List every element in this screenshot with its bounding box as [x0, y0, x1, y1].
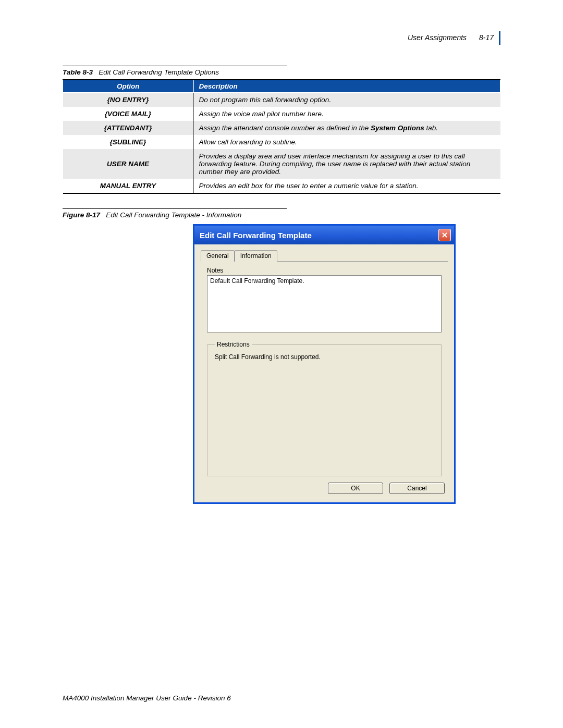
option-cell: USER NAME	[63, 149, 194, 179]
restrictions-legend: Restrictions	[215, 341, 252, 348]
table-row: MANUAL ENTRY Provides an edit box for th…	[63, 179, 500, 193]
cancel-button[interactable]: Cancel	[389, 483, 445, 494]
table-caption: Table 8-3 Edit Call Forwarding Template …	[63, 68, 500, 76]
dialog-titlebar: Edit Call Forwarding Template	[194, 226, 454, 244]
figure-caption-text: Edit Call Forwarding Template - Informat…	[106, 211, 241, 219]
close-icon[interactable]	[438, 229, 451, 241]
col-header-description: Description	[193, 80, 500, 93]
table-row: {VOICE MAIL} Assign the voice mail pilot…	[63, 107, 500, 121]
desc-cell: Assign the attendant console number as d…	[193, 121, 500, 135]
figure-caption-label: Figure 8-17	[63, 211, 100, 219]
restrictions-group: Restrictions Split Call Forwarding is no…	[207, 341, 442, 476]
dialog-title: Edit Call Forwarding Template	[200, 231, 312, 240]
col-header-option: Option	[63, 80, 194, 93]
page-header: User Assignments 8-17	[63, 31, 500, 45]
option-cell: {ATTENDANT}	[63, 121, 194, 135]
notes-textarea[interactable]: Default Call Forwarding Template.	[207, 275, 442, 332]
desc-cell: Allow call forwarding to subline.	[193, 135, 500, 149]
option-cell: MANUAL ENTRY	[63, 179, 194, 193]
notes-label: Notes	[207, 267, 448, 274]
x-icon	[442, 232, 448, 238]
tab-general[interactable]: General	[201, 250, 235, 262]
header-section: User Assignments	[408, 33, 467, 42]
notes-value: Default Call Forwarding Template.	[210, 277, 304, 285]
table-row: USER NAME Provides a display area and us…	[63, 149, 500, 179]
tab-bar: General Information	[201, 250, 448, 262]
restrictions-text: Split Call Forwarding is not supported.	[215, 353, 434, 361]
table-caption-text: Edit Call Forwarding Template Options	[99, 68, 219, 76]
desc-cell: Provides an edit box for the user to ent…	[193, 179, 500, 193]
header-page-number: 8-17	[479, 33, 494, 42]
table-row: {ATTENDANT} Assign the attendant console…	[63, 121, 500, 135]
table-row: {NO ENTRY} Do not program this call forw…	[63, 93, 500, 107]
dialog-window: Edit Call Forwarding Template General In…	[193, 224, 456, 504]
tab-information[interactable]: Information	[235, 250, 277, 262]
caption-rule	[63, 208, 287, 209]
table-caption-label: Table 8-3	[63, 68, 93, 76]
figure-caption: Figure 8-17 Edit Call Forwarding Templat…	[63, 211, 500, 219]
option-cell: {VOICE MAIL}	[63, 107, 194, 121]
caption-rule	[63, 66, 287, 66]
desc-cell: Provides a display area and user interfa…	[193, 149, 500, 179]
desc-cell: Do not program this call forwarding opti…	[193, 93, 500, 107]
desc-cell: Assign the voice mail pilot number here.	[193, 107, 500, 121]
options-table: Option Description {NO ENTRY} Do not pro…	[63, 79, 500, 194]
option-cell: {SUBLINE}	[63, 135, 194, 149]
ok-button[interactable]: OK	[328, 483, 383, 494]
table-row: {SUBLINE} Allow call forwarding to subli…	[63, 135, 500, 149]
page-footer: MA4000 Installation Manager User Guide -…	[63, 694, 231, 702]
option-cell: {NO ENTRY}	[63, 93, 194, 107]
